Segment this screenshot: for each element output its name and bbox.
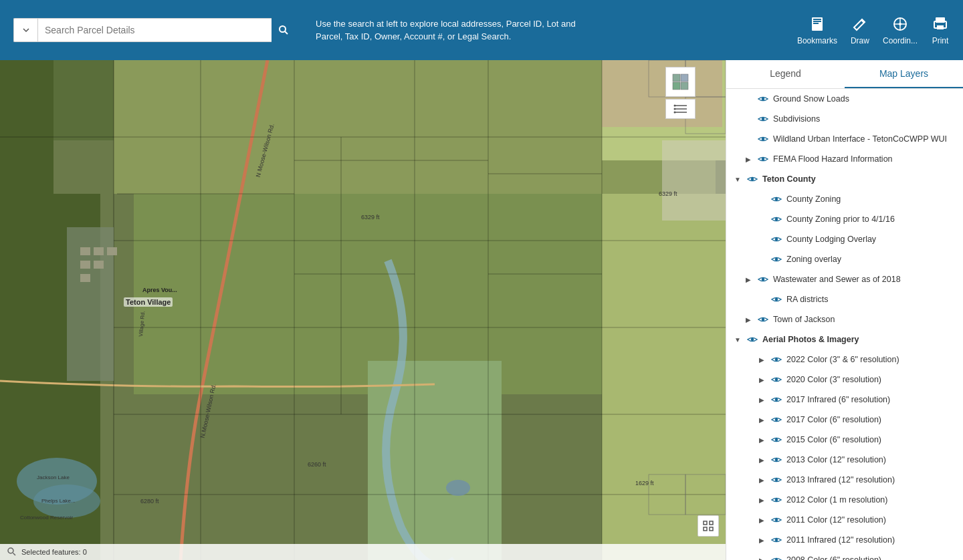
- visibility-aerial-photos[interactable]: [746, 333, 758, 345]
- layer-item-zoning-overlay[interactable]: Zoning overlay: [726, 249, 963, 269]
- visibility-2022[interactable]: [770, 354, 782, 366]
- visibility-fema[interactable]: [757, 153, 769, 165]
- visibility-lodging[interactable]: [770, 233, 782, 245]
- visibility-2011-ir[interactable]: [770, 534, 782, 546]
- coordinates-button[interactable]: Coordin...: [883, 15, 918, 45]
- visibility-2008[interactable]: [770, 554, 782, 560]
- svg-rect-68: [710, 521, 713, 525]
- layer-item-ground-snow[interactable]: Ground Snow Loads: [726, 89, 963, 109]
- draw-icon: [851, 15, 869, 33]
- layer-list-toggle[interactable]: [665, 99, 696, 119]
- group-teton-county[interactable]: ▼ Teton County: [726, 169, 963, 189]
- layer-item-county-zoning[interactable]: County Zoning: [726, 189, 963, 209]
- tab-legend[interactable]: Legend: [726, 60, 845, 88]
- visibility-county-zoning-prior[interactable]: [770, 213, 782, 225]
- sidebar: Legend Map Layers Ground Snow Loads: [726, 60, 963, 560]
- layer-item-2020-color[interactable]: ▶ 2020 Color (3" resolution): [726, 370, 963, 390]
- layer-item-town-jackson[interactable]: ▶ Town of Jackson: [726, 309, 963, 329]
- svg-point-0: [280, 26, 286, 32]
- eye-icon-ra-districts: [771, 295, 782, 303]
- expand-aerial-photos[interactable]: ▼: [733, 335, 742, 344]
- layer-item-ra-districts[interactable]: RA districts: [726, 289, 963, 309]
- eye-icon-teton-county: [747, 175, 758, 183]
- elev-label-4: 1629 ft: [635, 480, 654, 486]
- status-text: Selected features: 0: [21, 548, 87, 556]
- visibility-2017[interactable]: [770, 414, 782, 426]
- layer-item-2012-color[interactable]: ▶ 2012 Color (1 m resolution): [726, 490, 963, 510]
- group-aerial-photos[interactable]: ▼ Aerial Photos & Imagery: [726, 329, 963, 349]
- expand-2013-ir[interactable]: ▶: [757, 475, 766, 484]
- expand-2013[interactable]: ▶: [757, 455, 766, 464]
- visibility-2013-ir[interactable]: [770, 474, 782, 486]
- expand-2017-ir[interactable]: ▶: [757, 395, 766, 404]
- visibility-county-zoning[interactable]: [770, 193, 782, 205]
- expand-wastewater[interactable]: ▶: [744, 275, 753, 284]
- expand-2020[interactable]: ▶: [757, 375, 766, 384]
- eye-icon-aerial-photos: [747, 335, 758, 343]
- visibility-town-jackson[interactable]: [757, 313, 769, 325]
- expand-2015[interactable]: ▶: [757, 435, 766, 444]
- search-type-dropdown[interactable]: [13, 18, 37, 42]
- expand-2017[interactable]: ▶: [757, 415, 766, 424]
- visibility-2015[interactable]: [770, 434, 782, 446]
- search-button[interactable]: [272, 18, 296, 42]
- svg-rect-13: [937, 25, 944, 29]
- layer-item-wastewater[interactable]: ▶ Wastewater and Sewer as of 2018: [726, 269, 963, 289]
- bookmarks-button[interactable]: Bookmarks: [797, 15, 837, 45]
- expand-teton-county[interactable]: ▼: [733, 174, 742, 184]
- layer-name-county-zoning: County Zoning: [786, 194, 956, 204]
- visibility-wildland[interactable]: [757, 133, 769, 145]
- visibility-ra-districts[interactable]: [770, 293, 782, 305]
- visibility-2017-ir[interactable]: [770, 394, 782, 406]
- svg-point-65: [673, 108, 675, 110]
- expand-2011-ir[interactable]: ▶: [757, 535, 766, 545]
- layer-item-2013-color[interactable]: ▶ 2013 Color (12" resolution): [726, 450, 963, 470]
- visibility-2013[interactable]: [770, 454, 782, 466]
- svg-rect-48: [94, 247, 104, 255]
- visibility-ground-snow[interactable]: [757, 93, 769, 105]
- elev-label-2: 6329 ft: [659, 190, 677, 197]
- visibility-2020[interactable]: [770, 374, 782, 386]
- visibility-2011[interactable]: [770, 514, 782, 526]
- visibility-subdivisions[interactable]: [757, 113, 769, 125]
- aerial-map-canvas[interactable]: Teton Village Apres Vou... N Moose-Wilso…: [0, 60, 726, 560]
- map-extent-button[interactable]: [698, 515, 719, 537]
- print-button[interactable]: Print: [931, 15, 950, 45]
- eye-icon-wastewater: [758, 275, 768, 283]
- visibility-wastewater[interactable]: [757, 273, 769, 285]
- search-input[interactable]: [37, 18, 272, 42]
- layer-name-2015: 2015 Color (6" resolution): [786, 435, 956, 444]
- expand-fema[interactable]: ▶: [744, 154, 753, 164]
- layer-item-2011-color[interactable]: ▶ 2011 Color (12" resolution): [726, 510, 963, 530]
- svg-point-92: [775, 478, 778, 481]
- expand-2008[interactable]: ▶: [757, 555, 766, 560]
- layer-item-2017-color[interactable]: ▶ 2017 Color (6" resolution): [726, 410, 963, 430]
- expand-town-jackson[interactable]: ▶: [744, 315, 753, 324]
- layer-item-county-zoning-prior[interactable]: County Zoning prior to 4/1/16: [726, 209, 963, 229]
- layer-item-2013-ir[interactable]: ▶ 2013 Infrared (12" resolution): [726, 470, 963, 490]
- visibility-2012[interactable]: [770, 494, 782, 506]
- eye-icon-2011: [771, 516, 782, 524]
- map-area[interactable]: Teton Village Apres Vou... N Moose-Wilso…: [0, 60, 726, 560]
- draw-button[interactable]: Draw: [851, 15, 869, 45]
- layer-item-2008-color[interactable]: ▶ 2008 Color (6" resolution): [726, 550, 963, 560]
- tab-map-layers[interactable]: Map Layers: [845, 60, 963, 88]
- visibility-teton-county[interactable]: [746, 173, 758, 185]
- layer-item-2017-infrared[interactable]: ▶ 2017 Infrared (6" resolution): [726, 390, 963, 410]
- layer-item-2022-color[interactable]: ▶ 2022 Color (3" & 6" resolution): [726, 349, 963, 370]
- layer-item-fema[interactable]: ▶ FEMA Flood Hazard Information: [726, 149, 963, 169]
- layer-item-subdivisions[interactable]: Subdivisions: [726, 109, 963, 129]
- svg-line-72: [13, 553, 16, 556]
- mini-map-toggle[interactable]: [665, 67, 696, 97]
- layer-item-2011-ir[interactable]: ▶ 2011 Infrared (12" resolution): [726, 530, 963, 550]
- expand-2022[interactable]: ▶: [757, 355, 766, 364]
- layer-item-lodging[interactable]: County Lodging Overlay: [726, 229, 963, 249]
- expand-2012[interactable]: ▶: [757, 495, 766, 505]
- svg-point-86: [775, 358, 778, 361]
- expand-2011[interactable]: ▶: [757, 515, 766, 525]
- layer-item-wildland[interactable]: Wildland Urban Interface - TetonCoCWPP W…: [726, 129, 963, 149]
- layer-item-2015-color[interactable]: ▶ 2015 Color (6" resolution): [726, 430, 963, 450]
- visibility-zoning-overlay[interactable]: [770, 253, 782, 265]
- svg-point-88: [775, 398, 778, 401]
- eye-icon-2020: [771, 376, 782, 384]
